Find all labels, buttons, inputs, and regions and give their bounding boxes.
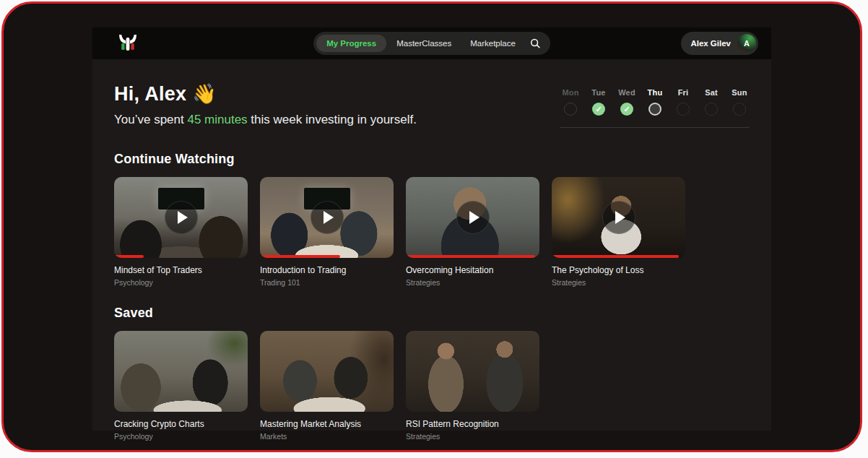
play-button-icon[interactable]: [165, 201, 198, 234]
check-circle-icon: ✓: [620, 103, 633, 116]
day-circle-current: [648, 103, 661, 116]
section-title-saved: Saved: [114, 306, 750, 321]
day-circle-upcoming: [733, 103, 746, 116]
user-name: Alex Gilev: [690, 39, 731, 48]
play-button-icon[interactable]: [311, 201, 344, 234]
video-card[interactable]: Introduction to Trading Trading 101: [260, 177, 394, 287]
section-title-continue-watching: Continue Watching: [114, 152, 750, 167]
video-title: Overcoming Hesitation: [406, 265, 539, 275]
greeting-row: Hi, Alex 👋 You’ve spent 45 minutes this …: [114, 82, 750, 128]
video-card[interactable]: Mastering Market Analysis Markets: [260, 331, 394, 441]
video-category: Psychology: [114, 278, 248, 287]
greeting-block: Hi, Alex 👋 You’ve spent 45 minutes this …: [114, 82, 417, 127]
progress-bar: [552, 255, 679, 258]
progress-bar: [406, 255, 535, 258]
day-circle-upcoming: [677, 103, 690, 116]
video-thumbnail: [260, 177, 394, 258]
video-title: The Psychology of Loss: [552, 265, 685, 275]
saved-row: Cracking Crypto Charts Psychology Master…: [114, 331, 750, 441]
day-sat: Sat: [701, 88, 721, 116]
video-category: Trading 101: [260, 278, 394, 287]
play-button-icon[interactable]: [456, 201, 490, 234]
day-wed: Wed ✓: [617, 88, 637, 116]
day-mon: Mon: [560, 88, 581, 116]
video-thumbnail: [114, 177, 248, 258]
video-title: Introduction to Trading: [260, 265, 394, 275]
page-title: Hi, Alex 👋: [114, 82, 417, 105]
video-thumbnail: [406, 177, 539, 258]
app-window: My Progress MasterClasses Marketplace Al…: [92, 27, 771, 431]
progress-bar: [260, 255, 340, 258]
greeting-subtitle: You’ve spent 45 minutes this week invest…: [114, 113, 417, 127]
avatar: A: [737, 34, 756, 53]
video-category: Strategies: [406, 278, 539, 287]
main-content: Hi, Alex 👋 You’ve spent 45 minutes this …: [92, 82, 771, 441]
user-menu[interactable]: Alex Gilev A: [681, 32, 758, 55]
day-sun: Sun: [729, 88, 750, 116]
day-fri: Fri: [673, 88, 693, 116]
video-category: Strategies: [552, 278, 685, 287]
bull-logo-icon[interactable]: [116, 31, 140, 56]
video-thumbnail: [114, 331, 248, 412]
nav-item-my-progress[interactable]: My Progress: [316, 35, 386, 52]
nav-item-marketplace[interactable]: Marketplace: [461, 35, 524, 52]
day-thu-current: Thu: [645, 88, 665, 116]
video-title: Cracking Crypto Charts: [114, 419, 248, 429]
video-card[interactable]: The Psychology of Loss Strategies: [552, 177, 685, 287]
top-nav-bar: My Progress MasterClasses Marketplace Al…: [92, 27, 771, 59]
play-button-icon[interactable]: [602, 201, 635, 234]
video-card[interactable]: Overcoming Hesitation Strategies: [406, 177, 539, 287]
week-divider: [560, 127, 750, 128]
search-icon[interactable]: [526, 35, 542, 51]
minutes-highlight: 45 minutes: [187, 113, 247, 126]
nav-item-masterclasses[interactable]: MasterClasses: [388, 35, 460, 52]
main-nav: My Progress MasterClasses Marketplace: [313, 32, 550, 55]
check-circle-icon: ✓: [592, 103, 605, 116]
day-tue: Tue ✓: [589, 88, 609, 116]
video-title: Mastering Market Analysis: [260, 419, 394, 429]
video-card[interactable]: Mindset of Top Traders Psychology: [114, 177, 248, 287]
day-circle-upcoming: [705, 103, 718, 116]
video-category: Strategies: [406, 432, 539, 441]
video-card[interactable]: Cracking Crypto Charts Psychology: [114, 331, 248, 441]
day-circle-empty: [564, 103, 577, 116]
video-title: Mindset of Top Traders: [114, 265, 248, 275]
week-days: Mon Tue ✓ Wed ✓ Thu: [560, 88, 750, 116]
video-thumbnail: [260, 331, 394, 412]
page-frame: My Progress MasterClasses Marketplace Al…: [1, 1, 862, 452]
video-card[interactable]: RSI Pattern Recognition Strategies: [406, 331, 539, 441]
video-category: Psychology: [114, 432, 248, 441]
week-tracker: Mon Tue ✓ Wed ✓ Thu: [560, 88, 750, 128]
video-thumbnail: [552, 177, 685, 258]
video-thumbnail: [406, 331, 539, 412]
wave-emoji-icon: 👋: [192, 83, 217, 105]
video-category: Markets: [260, 432, 394, 441]
progress-bar: [114, 255, 144, 258]
video-title: RSI Pattern Recognition: [406, 419, 539, 429]
continue-watching-row: Mindset of Top Traders Psychology Introd…: [114, 177, 750, 287]
